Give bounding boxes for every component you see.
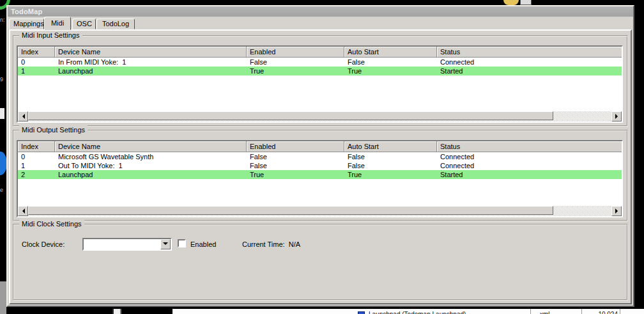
scroll-right-button[interactable] (611, 111, 622, 122)
right-arrow-icon (615, 114, 620, 119)
tab-mappings[interactable]: Mappings (9, 19, 44, 29)
cell-device-name: Launchpad (55, 67, 247, 75)
midi-input-table: Index Device Name Enabled Auto Start Sta… (17, 45, 623, 123)
left-arrow-icon (20, 114, 25, 119)
table-row-highlighted[interactable]: 2 Launchpad True True Started (18, 170, 622, 179)
enabled-checkbox[interactable] (178, 239, 186, 247)
scroll-left-button[interactable] (18, 111, 28, 122)
group-title: Midi Input Settings (19, 31, 82, 40)
cell-auto-start: True (344, 67, 437, 75)
column-header-device-name[interactable]: Device Name (55, 141, 247, 152)
column-header-index[interactable]: Index (18, 47, 55, 58)
desktop-text-fragment: n: (0, 17, 5, 23)
cell-index: 1 (18, 161, 55, 170)
column-header-auto-start[interactable]: Auto Start (344, 47, 437, 58)
tab-strip: Mappings Midi OSC TodoLog (8, 17, 633, 29)
tab-osc[interactable]: OSC (72, 19, 96, 29)
tab-todolog[interactable]: TodoLog (96, 19, 135, 29)
midi-clock-settings-group: Midi Clock Settings Clock Device: Enable… (13, 224, 628, 301)
scrollbar-thumb[interactable] (28, 111, 553, 120)
cell-device-name: In From MIDI Yoke: 1 (55, 58, 247, 67)
cell-index: 0 (18, 58, 55, 67)
column-separator (530, 309, 531, 314)
desktop-icon-fragment (503, 0, 519, 5)
cell-enabled: False (247, 152, 344, 161)
midi-output-table: Index Device Name Enabled Auto Start Sta… (17, 140, 623, 217)
column-header-auto-start[interactable]: Auto Start (344, 141, 437, 152)
cell-enabled: False (247, 161, 344, 170)
background-window-sliver: Launchpad (Todomap Launchpad) xml 10,024 (172, 309, 644, 314)
cell-device-name: Launchpad (55, 170, 247, 179)
column-header-status[interactable]: Status (437, 141, 622, 152)
enabled-label: Enabled (190, 240, 216, 248)
cell-index: 1 (18, 67, 55, 75)
cell-device-name: Microsoft GS Wavetable Synth (55, 152, 247, 161)
table-row[interactable]: 0 Microsoft GS Wavetable Synth False Fal… (18, 152, 622, 161)
table-row-highlighted[interactable]: 1 Launchpad True True Started (18, 67, 622, 75)
scrollbar-track[interactable] (28, 111, 611, 122)
background-window-fragment (112, 309, 121, 314)
todomap-window: TodoMap Mappings Midi OSC TodoLog Midi I… (6, 5, 634, 307)
clock-device-select[interactable] (82, 238, 172, 251)
column-header-index[interactable]: Index (18, 141, 55, 152)
tab-midi[interactable]: Midi (44, 17, 71, 30)
cell-auto-start: False (344, 152, 437, 161)
cell-auto-start: True (344, 170, 437, 179)
chevron-down-icon (163, 242, 168, 247)
cell-enabled: True (247, 170, 344, 179)
clock-device-label: Clock Device: (22, 240, 65, 248)
cell-status: Started (437, 170, 622, 179)
cell-device-name: Out To MIDI Yoke: 1 (55, 161, 247, 170)
column-header-device-name[interactable]: Device Name (55, 47, 247, 58)
column-header-status[interactable]: Status (437, 47, 622, 58)
cell-status: Connected (437, 58, 622, 67)
cell-status: Started (437, 67, 622, 75)
scrollbar-track[interactable] (28, 206, 611, 216)
group-title: Midi Output Settings (19, 125, 88, 134)
right-arrow-icon (615, 208, 620, 214)
current-time-text: Current Time: N/A (242, 240, 300, 248)
table-row[interactable]: 0 In From MIDI Yoke: 1 False False Conne… (18, 58, 622, 67)
midi-tab-page: Midi Input Settings Index Device Name En… (9, 29, 632, 304)
horizontal-scrollbar (18, 111, 622, 122)
midi-input-settings-group: Midi Input Settings Index Device Name En… (13, 35, 628, 127)
desktop-fragment (0, 108, 4, 119)
desktop-fragment (0, 281, 6, 314)
background-file-row[interactable]: Launchpad (Todomap Launchpad) xml 10,024 (358, 309, 618, 314)
table-header-row: Index Device Name Enabled Auto Start Sta… (18, 47, 622, 58)
dropdown-button[interactable] (160, 239, 171, 249)
column-header-enabled[interactable]: Enabled (247, 47, 344, 58)
cell-enabled: True (247, 67, 344, 75)
left-arrow-icon (20, 208, 25, 214)
group-title: Midi Clock Settings (19, 219, 84, 228)
table-header-row: Index Device Name Enabled Auto Start Sta… (18, 141, 622, 152)
cell-enabled: False (247, 58, 344, 67)
cell-status: Connected (437, 152, 622, 161)
scroll-left-button[interactable] (18, 206, 28, 216)
scroll-right-button[interactable] (611, 206, 622, 216)
column-header-enabled[interactable]: Enabled (247, 141, 344, 152)
file-icon (358, 311, 365, 314)
cell-index: 2 (18, 170, 55, 179)
title-bar[interactable]: TodoMap (8, 6, 633, 17)
scrollbar-thumb[interactable] (28, 206, 553, 215)
file-type: xml (540, 311, 579, 314)
midi-output-settings-group: Midi Output Settings Index Device Name E… (13, 130, 628, 221)
cell-status: Connected (437, 161, 622, 170)
cell-auto-start: False (344, 58, 437, 67)
file-size: 10,024 (579, 311, 618, 314)
cell-auto-start: False (344, 161, 437, 170)
column-separator (620, 309, 620, 314)
table-row[interactable]: 1 Out To MIDI Yoke: 1 False False Connec… (18, 161, 622, 170)
desktop-icon-fragment (520, 0, 532, 5)
column-separator (581, 309, 582, 314)
file-name: Launchpad (Todomap Launchpad) (369, 311, 540, 314)
desktop-text-fragment: 9 (0, 77, 3, 82)
horizontal-scrollbar (18, 206, 622, 216)
cell-index: 0 (18, 152, 55, 161)
window-title-text: TodoMap (11, 8, 42, 15)
desktop-text-fragment: e (0, 187, 3, 193)
